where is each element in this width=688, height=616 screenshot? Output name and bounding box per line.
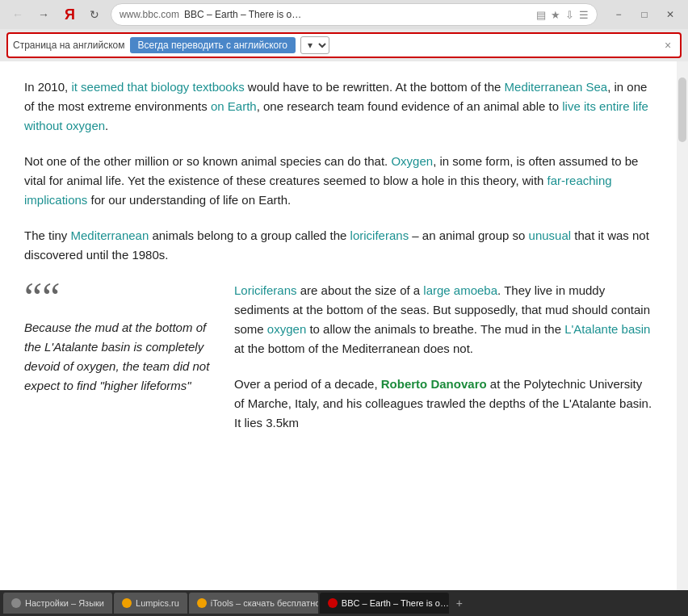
quote-mark: ““ <box>24 281 218 313</box>
scrollbar-thumb[interactable] <box>678 78 686 142</box>
p4-text: Loriciferans are about the size of a lar… <box>234 283 650 355</box>
address-title: BBC – Earth – There is o… <box>184 9 531 20</box>
translate-close-button[interactable]: × <box>661 38 675 52</box>
p2-link-2[interactable]: far-reaching implications <box>24 174 612 207</box>
p4-link-4[interactable]: L'Atalante basin <box>564 322 650 336</box>
translate-options-dropdown[interactable]: ▾ <box>300 36 329 54</box>
tab-itools[interactable]: iTools – скачать бесплатно <box>189 593 318 614</box>
tab-settings-icon <box>11 598 21 608</box>
title-bar: ← → Я ↻ www.bbc.com BBC – Earth – There … <box>0 0 688 29</box>
yandex-logo[interactable]: Я <box>61 6 78 23</box>
p4-link-1[interactable]: Loriciferans <box>234 283 297 297</box>
p4-link-2[interactable]: large amoeba <box>423 283 497 297</box>
tab-itools-label: iTools – скачать бесплатно <box>211 598 318 608</box>
reader-icon[interactable]: ▤ <box>536 9 546 21</box>
tab-itools-icon <box>197 598 207 608</box>
p3-link-1[interactable]: Mediterranean <box>71 228 149 242</box>
tab-bbc-icon <box>328 598 338 608</box>
tab-bbc[interactable]: BBC – Earth – There is o… ✕ <box>320 593 449 614</box>
paragraph-1: In 2010, it seemed that biology textbook… <box>24 78 652 136</box>
p2-link-1[interactable]: Oxygen <box>391 154 433 168</box>
p3-link-2[interactable]: loriciferans <box>350 228 409 242</box>
window-controls: − □ ✕ <box>607 3 682 26</box>
p3-link-3[interactable]: unusual <box>529 228 572 242</box>
tab-bbc-label: BBC – Earth – There is o… <box>342 598 449 608</box>
p1-text: In 2010, it seemed that biology textbook… <box>24 80 648 132</box>
translate-page-label: Страница на английском <box>13 40 125 51</box>
tab-settings-label: Настройки – Языки <box>25 598 104 608</box>
tab-add-button[interactable]: + <box>451 594 468 612</box>
tab-lumpics[interactable]: Lumpics.ru <box>114 593 187 614</box>
tab-lumpics-icon <box>122 598 132 608</box>
translate-button[interactable]: Всегда переводить с английского <box>130 37 296 53</box>
tab-settings-languages[interactable]: Настройки – Языки <box>3 593 112 614</box>
tab-add-icon: + <box>456 597 463 610</box>
address-bar[interactable]: www.bbc.com BBC – Earth – There is o… ▤ … <box>111 3 598 26</box>
p1-link-3[interactable]: on Earth <box>211 99 257 113</box>
p5-link-roberto[interactable]: Roberto Danovaro <box>381 377 487 391</box>
p1-link-4[interactable]: live its entire life without oxygen <box>24 99 648 132</box>
download-icon[interactable]: ⇩ <box>565 9 574 21</box>
paragraph-2: Not one of the other million or so known… <box>24 152 652 210</box>
address-url: www.bbc.com <box>120 9 179 20</box>
tab-lumpics-label: Lumpics.ru <box>136 598 179 608</box>
p1-link-2[interactable]: Mediterranean Sea <box>505 80 608 94</box>
paragraph-3: The tiny Mediterranean animals belong to… <box>24 226 652 265</box>
close-button[interactable]: ✕ <box>659 3 682 26</box>
translate-bar: Страница на английском Всегда переводить… <box>6 32 682 58</box>
quote-section: ““ Because the mud at the bottom of the … <box>24 281 652 449</box>
scrollbar[interactable] <box>677 61 688 590</box>
bottom-tab-bar: Настройки – Языки Lumpics.ru iTools – ск… <box>0 590 688 616</box>
page-content: In 2010, it seemed that biology textbook… <box>0 61 677 590</box>
p3-text: The tiny Mediterranean animals belong to… <box>24 228 649 262</box>
reload-button[interactable]: ↻ <box>85 5 104 24</box>
maximize-button[interactable]: □ <box>633 3 656 26</box>
quote-text: Because the mud at the bottom of the L'A… <box>24 318 218 396</box>
quote-left: ““ Because the mud at the bottom of the … <box>24 281 218 449</box>
p1-link-1[interactable]: it seemed that biology textbooks <box>71 80 244 94</box>
forward-button[interactable]: → <box>32 3 55 26</box>
bookmark-star-icon[interactable]: ★ <box>551 9 560 21</box>
p4-link-3[interactable]: oxygen <box>267 322 306 336</box>
p5-text-start: Over a period of a decade, <box>234 377 381 391</box>
address-icons: ▤ ★ ⇩ ☰ <box>536 9 589 21</box>
minimize-button[interactable]: − <box>607 3 630 26</box>
paragraph-5: Over a period of a decade, Roberto Danov… <box>234 375 652 433</box>
back-button[interactable]: ← <box>6 3 29 26</box>
paragraph-4: Loriciferans are about the size of a lar… <box>234 281 652 358</box>
nav-buttons: ← → <box>6 3 55 26</box>
content-area: In 2010, it seemed that biology textbook… <box>0 61 688 590</box>
quote-right: Loriciferans are about the size of a lar… <box>234 281 652 449</box>
p2-text: Not one of the other million or so known… <box>24 154 638 207</box>
menu-icon[interactable]: ☰ <box>579 9 589 21</box>
